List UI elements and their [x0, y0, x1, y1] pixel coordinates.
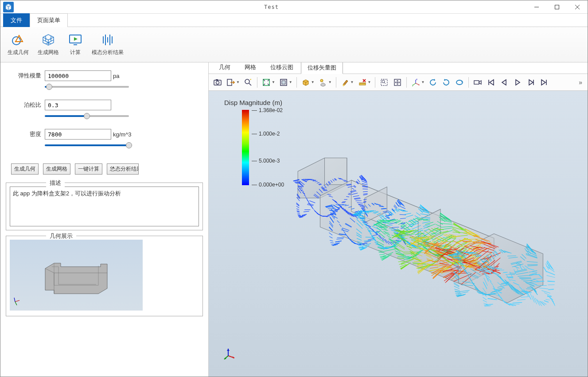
toolbar-overflow-icon[interactable]: »: [576, 79, 585, 86]
geometry-shapes-icon: [11, 33, 25, 47]
select-box-dashed-icon[interactable]: [378, 76, 390, 89]
export-icon[interactable]: [225, 76, 237, 89]
chevron-down-icon[interactable]: ▼: [350, 80, 355, 84]
view-tab-disp-contour[interactable]: 位移云图: [264, 62, 300, 74]
chevron-down-icon[interactable]: ▼: [368, 80, 373, 84]
parameter-panel: 弹性模量 pa 泊松比 密度 kg/m^3: [0, 62, 209, 377]
rotate-ccw-icon[interactable]: [427, 76, 439, 89]
app-icon: [3, 2, 14, 12]
description-legend: 描述: [46, 179, 65, 187]
axis-xyz-icon[interactable]: zyx: [409, 76, 422, 89]
btn-gen-geometry[interactable]: 生成几何: [11, 163, 39, 175]
btn-modal-results[interactable]: 恷态分析结果: [107, 163, 139, 175]
svg-text:z: z: [416, 78, 417, 81]
zoom-search-icon[interactable]: [242, 76, 254, 89]
close-button[interactable]: [567, 0, 588, 14]
svg-rect-5: [216, 79, 218, 81]
svg-rect-20: [474, 81, 479, 84]
chevron-down-icon[interactable]: ▼: [289, 80, 294, 84]
poisson-ratio-label: 泊松比: [6, 101, 41, 109]
poisson-ratio-slider[interactable]: [45, 112, 129, 120]
zoom-extents-icon[interactable]: [260, 76, 273, 89]
chevron-down-icon[interactable]: ▼: [328, 80, 333, 84]
axis-gizmo-icon: [222, 346, 238, 363]
lighting-icon[interactable]: [317, 76, 329, 89]
tab-file[interactable]: 文件: [3, 13, 30, 27]
snapshot-icon[interactable]: [211, 76, 224, 89]
density-unit: kg/m^3: [113, 131, 132, 138]
window-title: Test: [16, 4, 526, 10]
svg-point-11: [320, 79, 323, 82]
tab-page-menu[interactable]: 页面菜单: [30, 13, 68, 27]
svg-rect-10: [282, 81, 285, 84]
svg-text:x: x: [418, 83, 420, 86]
ribbon-gen-geometry[interactable]: 生成几何: [4, 29, 32, 61]
view-tabs: 几何 网格 位移云图 位移矢量图: [209, 62, 588, 74]
elastic-modulus-input[interactable]: [45, 70, 111, 81]
pan-move-icon[interactable]: [391, 76, 404, 89]
description-text: 此 app 为降料盒支架2，可以进行振动分析: [10, 187, 199, 226]
maximize-button[interactable]: [547, 0, 567, 14]
vector-field-render: [209, 91, 588, 377]
camera-keyframe-icon[interactable]: [471, 76, 484, 89]
preview-legend: 几何展示: [46, 232, 76, 240]
svg-text:y: y: [412, 84, 413, 86]
btn-gen-mesh[interactable]: 生成网格: [43, 163, 70, 175]
3d-viewport[interactable]: Disp Magnitude (m) 1.368e-02 1.000e-2 5.…: [209, 91, 588, 377]
skip-first-icon[interactable]: [485, 76, 497, 89]
play-icon[interactable]: [511, 76, 524, 89]
btn-one-click-compute[interactable]: 一键计算: [75, 163, 102, 175]
chevron-down-icon[interactable]: ▼: [272, 80, 276, 84]
chevron-down-icon[interactable]: ▼: [421, 80, 426, 84]
minimize-button[interactable]: [526, 0, 547, 14]
view-tab-geometry[interactable]: 几何: [212, 62, 237, 74]
menu-bar: 文件 页面菜单: [0, 14, 588, 27]
content-area: 弹性模量 pa 泊松比 密度 kg/m^3: [0, 62, 588, 377]
title-bar: Test: [0, 0, 588, 14]
ribbon-toolbar: 生成几何 生成网格 计算 模态分析结果: [0, 27, 588, 62]
description-fieldset: 描述 此 app 为降料盒支架2，可以进行振动分析: [6, 183, 203, 230]
density-slider[interactable]: [45, 141, 129, 149]
svg-point-19: [456, 80, 463, 85]
ruler-delete-icon[interactable]: [356, 76, 369, 89]
elastic-modulus-label: 弹性模量: [6, 72, 41, 80]
ribbon-compute[interactable]: 计算: [64, 29, 86, 61]
view-tab-mesh[interactable]: 网格: [238, 62, 263, 74]
view-tab-disp-vector[interactable]: 位移矢量图: [301, 62, 343, 74]
view-toolbar: ▼ ▼ ▼ ▼ ▼ ▼ ▼ zyx▼: [209, 74, 588, 91]
elastic-modulus-unit: pa: [113, 73, 119, 79]
chevron-down-icon[interactable]: ▼: [311, 80, 316, 84]
ribbon-gen-mesh[interactable]: 生成网格: [34, 29, 62, 61]
svg-point-4: [216, 81, 219, 84]
vibration-icon: [101, 33, 115, 47]
brush-clear-icon[interactable]: [339, 76, 351, 89]
step-back-icon[interactable]: [498, 76, 510, 89]
poisson-ratio-input[interactable]: [45, 100, 111, 110]
mesh-cube-icon: [41, 33, 55, 47]
skip-last-icon[interactable]: [538, 76, 550, 89]
rotate-cw-icon[interactable]: [440, 76, 452, 89]
play-screen-icon: [68, 33, 82, 47]
zoom-window-icon[interactable]: [277, 76, 290, 89]
elastic-modulus-slider[interactable]: [45, 83, 129, 91]
app-window: Test 文件 页面菜单 生成几何 生成网格 计算 模态分析结果: [0, 0, 588, 377]
geometry-preview[interactable]: [10, 240, 143, 311]
svg-point-7: [245, 79, 249, 84]
density-label: 密度: [6, 130, 41, 138]
svg-rect-0: [555, 5, 559, 9]
preview-fieldset: 几何展示: [6, 236, 203, 316]
loop-icon[interactable]: [453, 76, 466, 89]
density-input[interactable]: [45, 129, 111, 140]
view-cube-icon[interactable]: [300, 76, 312, 89]
view-panel: 几何 网格 位移云图 位移矢量图 ▼ ▼ ▼ ▼ ▼ ▼ ▼: [209, 62, 588, 377]
ribbon-modal-results[interactable]: 模态分析结果: [88, 29, 127, 61]
step-forward-icon[interactable]: [525, 76, 537, 89]
chevron-down-icon[interactable]: ▼: [236, 80, 241, 84]
